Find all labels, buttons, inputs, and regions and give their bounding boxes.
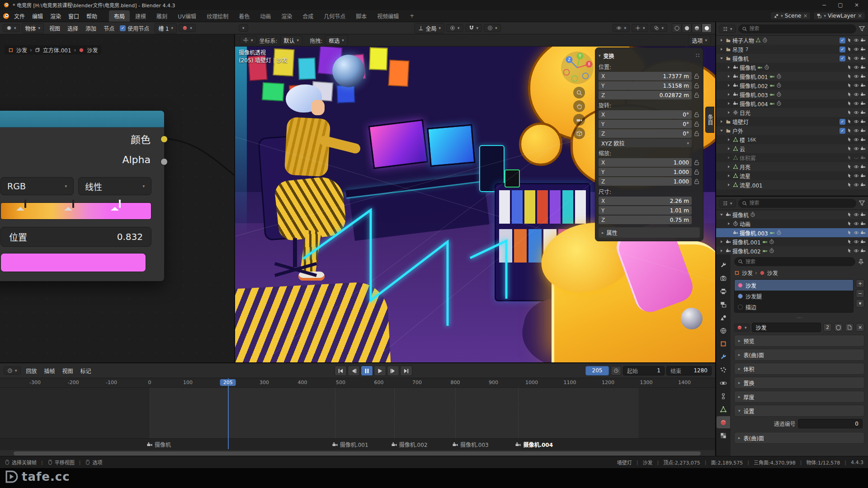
close-button[interactable]: ×: [849, 0, 864, 9]
transform-panel-header[interactable]: ▾变换∷: [599, 50, 700, 61]
timeline-scrollbar-thumb[interactable]: [14, 451, 701, 455]
collection-checkbox[interactable]: ✓: [840, 128, 845, 134]
maximize-button[interactable]: ▢: [833, 0, 848, 9]
viewlayer-selector[interactable]: ▾ ViewLayer ×: [813, 12, 865, 20]
outliner-search[interactable]: [738, 199, 856, 208]
pause-button[interactable]: [361, 366, 373, 376]
properties-tab-output[interactable]: [717, 285, 730, 297]
slot-specials-button[interactable]: ▾: [856, 299, 864, 308]
play-button[interactable]: [374, 366, 386, 376]
unlink-material-icon[interactable]: ×: [856, 323, 864, 332]
scene-selector[interactable]: ▾ Scene ×: [770, 12, 811, 20]
transform-field-x[interactable]: X0°: [599, 110, 692, 119]
panel-header-settings[interactable]: ▾设置: [734, 405, 864, 417]
properties-tab-object-data[interactable]: [717, 403, 730, 415]
transform-field-z[interactable]: Z0°: [599, 129, 692, 138]
proportional-edit-dropdown[interactable]: ▾: [484, 24, 501, 32]
shader-menu[interactable]: 添加: [82, 23, 100, 33]
jump-to-end-button[interactable]: [400, 366, 412, 376]
pass-index-field[interactable]: 0: [798, 419, 863, 428]
workspace-tab[interactable]: 建模: [130, 10, 151, 22]
camera-marker[interactable]: 摄像机.002: [391, 441, 428, 448]
timeline-menu[interactable]: 视图: [59, 366, 77, 376]
shader-menu[interactable]: 节点: [100, 23, 118, 33]
jump-to-start-button[interactable]: [335, 366, 347, 376]
add-workspace-button[interactable]: +: [405, 11, 419, 21]
browse-material-button[interactable]: ▾: [179, 24, 196, 32]
outliner-row[interactable]: 摄像机.004: [716, 99, 868, 108]
color-mode-dropdown[interactable]: RGB▾: [0, 177, 74, 195]
snap-toggle[interactable]: ▾: [465, 24, 482, 32]
options-dropdown[interactable]: 选项▾: [688, 35, 711, 46]
outliner-row[interactable]: 摄像机✓: [716, 54, 868, 63]
menubar-menu[interactable]: 帮助: [83, 11, 101, 21]
playhead-line[interactable]: [228, 378, 229, 449]
timeline-menu[interactable]: 标记: [77, 366, 95, 376]
properties-tab-physics[interactable]: [717, 377, 730, 389]
gradient-handle[interactable]: [16, 201, 24, 221]
material-slot-row[interactable]: 描边: [735, 301, 853, 312]
coord-system-dropdown[interactable]: 默认▾: [280, 35, 303, 46]
panel-header[interactable]: ▸体积: [734, 363, 864, 375]
editor-type-button[interactable]: ▾: [719, 199, 736, 207]
shading-rendered-button[interactable]: [702, 23, 712, 33]
properties-tab-scene[interactable]: [717, 311, 730, 324]
shader-menu[interactable]: 选择: [64, 23, 82, 33]
fake-user-shield-icon[interactable]: [834, 323, 843, 332]
browse-material-button[interactable]: ▾: [734, 324, 750, 332]
outliner-row[interactable]: 摄像机.001: [716, 237, 868, 246]
gizmos-dropdown[interactable]: ▾: [632, 24, 649, 32]
use-preview-range-icon[interactable]: [611, 366, 621, 375]
ramp-color-swatch[interactable]: [0, 253, 146, 272]
panel-header[interactable]: ▸预览: [734, 335, 864, 347]
shader-editor-canvas[interactable]: 沙发› 立方体.001› 沙发 颜色 Alpha ▾ RGB▾ 线性▾ 位置 0…: [0, 34, 235, 362]
outliner-row[interactable]: 动画: [716, 219, 868, 228]
editor-type-button[interactable]: ▾: [4, 366, 21, 375]
shading-material-button[interactable]: [692, 23, 702, 33]
collection-checkbox[interactable]: ✓: [840, 119, 845, 125]
outliner-search-input[interactable]: [750, 26, 853, 32]
ramp-position-slider[interactable]: 位置 0.832: [0, 227, 151, 247]
workspace-tab[interactable]: 脚本: [351, 10, 372, 22]
transform-field-y[interactable]: Y1.5158 m: [599, 81, 692, 90]
transform-field-z[interactable]: Z0.02872 m: [599, 91, 692, 99]
workspace-tab[interactable]: 布局: [109, 10, 130, 22]
frame-start-field[interactable]: 起始1: [623, 366, 665, 375]
outliner-search-input[interactable]: [750, 200, 853, 206]
playhead-frame-label[interactable]: 205: [220, 379, 236, 386]
workspace-tab[interactable]: 合成: [297, 10, 318, 22]
scene-unlink-icon[interactable]: ×: [803, 13, 807, 19]
color-ramp-gradient[interactable]: [0, 202, 151, 220]
workspace-tab[interactable]: 着色: [234, 10, 255, 22]
menubar-menu[interactable]: 渲染: [47, 11, 65, 21]
lock-icon[interactable]: [693, 169, 700, 175]
material-slot-row[interactable]: 沙发: [735, 280, 853, 291]
node-header[interactable]: [0, 111, 164, 127]
timeline-menu[interactable]: 插帧: [41, 366, 59, 376]
alpha-output-socket[interactable]: [160, 158, 168, 165]
outliner-row[interactable]: 楼16K: [716, 135, 868, 144]
workspace-tab[interactable]: 视频编辑: [372, 10, 404, 22]
perspective-toggle-gizmo[interactable]: [573, 127, 585, 139]
blender-logo[interactable]: [3, 13, 9, 19]
lock-icon[interactable]: [693, 178, 700, 185]
outliner-row[interactable]: 体积雾: [716, 153, 868, 162]
outliner-row[interactable]: 摄像机.003: [716, 90, 868, 99]
color-ramp-node[interactable]: 颜色 Alpha ▾ RGB▾ 线性▾ 位置 0.832: [0, 110, 165, 282]
menubar-menu[interactable]: 文件: [10, 11, 28, 21]
new-material-icon[interactable]: [845, 323, 854, 332]
properties-tab-particles[interactable]: [717, 364, 730, 376]
outliner-row[interactable]: 月亮: [716, 162, 868, 171]
properties-tab-constraints[interactable]: [717, 390, 730, 402]
workspace-tab[interactable]: 动画: [255, 10, 276, 22]
shader-menu[interactable]: 视图: [46, 23, 64, 33]
transform-field-z[interactable]: Z0.75 m: [599, 216, 692, 224]
material-name-field[interactable]: 沙发: [752, 323, 821, 332]
outliner-row[interactable]: 摄像机.002: [716, 246, 868, 254]
camera-marker[interactable]: 摄像机: [146, 441, 171, 448]
minimize-button[interactable]: −: [816, 0, 832, 9]
menubar-menu[interactable]: 窗口: [65, 11, 83, 21]
menubar-menu[interactable]: 编辑: [28, 11, 47, 21]
properties-tab-texture[interactable]: [717, 429, 730, 441]
prev-keyframe-button[interactable]: [348, 366, 360, 376]
